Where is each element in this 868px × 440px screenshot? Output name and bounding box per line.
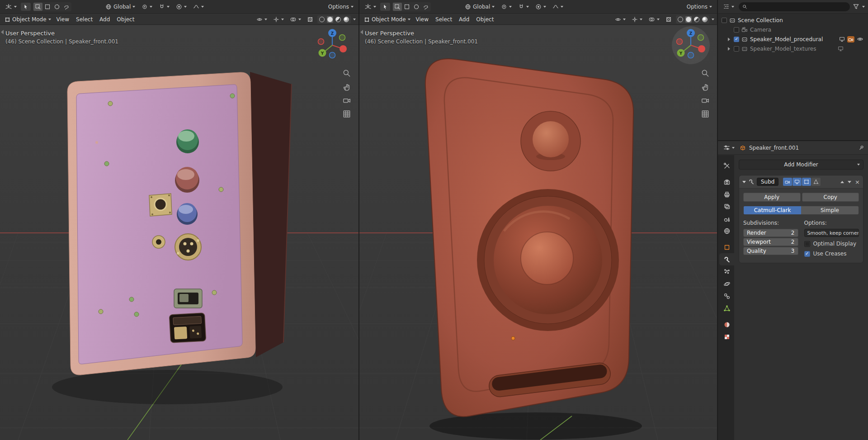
tab-object-data[interactable] <box>719 302 734 314</box>
camera-view-icon[interactable] <box>701 96 710 105</box>
object-visibility-dropdown[interactable] <box>613 15 627 24</box>
expand-modifier-icon[interactable] <box>742 181 746 183</box>
gizmos-dropdown[interactable] <box>271 15 286 24</box>
shading-options-chevron[interactable] <box>712 19 714 20</box>
apply-button[interactable]: Apply <box>743 193 801 202</box>
toolbar-expand-arrow[interactable] <box>1 30 4 34</box>
proportional-edit-toggle[interactable] <box>533 3 548 11</box>
active-tool-button[interactable] <box>380 3 390 11</box>
expand-triangle-icon[interactable] <box>728 47 730 51</box>
proportional-edit-toggle[interactable] <box>174 3 189 11</box>
options-dropdown[interactable]: Options <box>685 3 714 11</box>
render-levels-slider[interactable]: Render 2 <box>743 229 798 237</box>
shading-wireframe-button[interactable] <box>677 16 684 23</box>
viewport-canvas-right[interactable]: User Perspective (46) Scene Collection |… <box>359 25 717 440</box>
exclude-checkbox[interactable] <box>734 46 739 52</box>
circle-select-icon[interactable] <box>52 3 61 11</box>
gizmos-dropdown[interactable] <box>630 15 644 24</box>
overlays-dropdown[interactable] <box>646 15 661 24</box>
mode-dropdown[interactable]: Object Mode <box>362 15 412 24</box>
simple-button[interactable]: Simple <box>801 206 859 214</box>
outliner-row-speaker-textures[interactable]: Speaker_Model_textures <box>718 44 868 53</box>
expand-triangle-icon[interactable] <box>728 38 730 41</box>
shading-material-button[interactable] <box>693 16 700 23</box>
lasso-select-icon[interactable] <box>421 3 430 11</box>
outliner-search-input[interactable] <box>750 4 846 10</box>
pan-hand-icon[interactable] <box>342 82 351 91</box>
shading-solid-button[interactable] <box>327 16 333 23</box>
mode-dropdown[interactable]: Object Mode <box>3 15 53 24</box>
viewport-3d-right[interactable]: Global Options <box>359 0 717 440</box>
filter-funnel-icon[interactable] <box>853 3 859 10</box>
pan-hand-icon[interactable] <box>701 82 710 91</box>
outliner-search[interactable] <box>739 2 850 11</box>
toggle-render-button[interactable] <box>783 178 792 186</box>
lasso-select-icon[interactable] <box>62 3 71 11</box>
pin-icon[interactable] <box>858 145 864 151</box>
transform-orientation-dropdown[interactable]: Global <box>104 3 137 11</box>
menu-add[interactable]: Add <box>456 15 472 24</box>
transform-orientation-dropdown[interactable]: Global <box>463 3 496 11</box>
falloff-dropdown[interactable] <box>551 3 565 11</box>
orthographic-grid-icon[interactable] <box>342 109 351 118</box>
exclude-checkbox[interactable] <box>722 18 727 23</box>
optimal-display-checkbox[interactable] <box>804 241 810 247</box>
tab-object[interactable] <box>719 241 734 253</box>
outliner-row-scene-collection[interactable]: Scene Collection <box>718 15 868 25</box>
exclude-checkbox[interactable] <box>734 27 739 33</box>
menu-view[interactable]: View <box>53 15 72 24</box>
tab-output[interactable] <box>719 188 734 200</box>
tab-constraints[interactable] <box>719 290 734 302</box>
editor-type-button[interactable] <box>722 143 736 152</box>
menu-object[interactable]: Object <box>113 15 137 24</box>
snap-toggle[interactable] <box>157 3 171 11</box>
tab-render[interactable] <box>719 176 734 188</box>
xray-toggle[interactable] <box>664 15 674 24</box>
menu-select[interactable]: Select <box>73 15 96 24</box>
tab-modifiers[interactable] <box>719 253 734 265</box>
editor-type-button[interactable] <box>721 2 736 11</box>
modifier-name-field[interactable]: Subd <box>757 178 778 186</box>
tab-texture[interactable] <box>719 331 734 343</box>
editor-type-button[interactable] <box>363 2 378 11</box>
viewport-3d-left[interactable]: Global Options <box>0 0 359 440</box>
transform-pivot-dropdown[interactable] <box>140 3 154 11</box>
uv-smooth-dropdown[interactable]: Smooth, keep corners <box>804 229 859 237</box>
filter-chevron[interactable] <box>862 6 865 8</box>
options-dropdown[interactable]: Options <box>326 3 355 11</box>
menu-select[interactable]: Select <box>432 15 455 24</box>
shading-wireframe-button[interactable] <box>319 16 325 23</box>
move-modifier-up-button[interactable] <box>839 178 845 185</box>
menu-view[interactable]: View <box>413 15 432 24</box>
orthographic-grid-icon[interactable] <box>701 109 710 118</box>
tab-scene[interactable] <box>719 213 734 225</box>
disable-render-button[interactable] <box>847 36 854 43</box>
shading-rendered-button[interactable] <box>343 16 349 23</box>
catmull-clark-button[interactable]: Catmull-Clark <box>744 206 801 214</box>
editor-type-button[interactable] <box>3 2 19 11</box>
shading-material-button[interactable] <box>335 16 341 23</box>
tab-particles[interactable] <box>719 265 734 278</box>
tab-tool[interactable] <box>719 160 734 172</box>
outliner-row-speaker-procedural[interactable]: Speaker_Model_procedural <box>718 34 868 44</box>
object-visibility-dropdown[interactable] <box>255 15 269 24</box>
viewport-levels-slider[interactable]: Viewport 2 <box>743 238 798 246</box>
circle-select-icon[interactable] <box>412 3 421 11</box>
tab-physics[interactable] <box>719 278 734 290</box>
toggle-realtime-button[interactable] <box>793 178 802 186</box>
add-modifier-button[interactable]: Add Modifier <box>739 160 863 170</box>
delete-modifier-button[interactable] <box>855 179 860 185</box>
toolbar-expand-arrow[interactable] <box>360 30 363 34</box>
outliner-row-camera[interactable]: Camera <box>718 25 868 34</box>
viewport-canvas-left[interactable]: User Perspective (46) Scene Collection |… <box>0 25 359 440</box>
exclude-checkbox[interactable] <box>734 37 739 42</box>
copy-button[interactable]: Copy <box>802 193 859 202</box>
falloff-dropdown[interactable] <box>191 3 206 11</box>
menu-add[interactable]: Add <box>96 15 113 24</box>
box-select-icon[interactable] <box>402 3 411 11</box>
tab-world[interactable] <box>719 225 734 237</box>
tab-material[interactable] <box>719 318 734 331</box>
zoom-icon[interactable] <box>701 69 710 78</box>
navigation-gizmo[interactable]: Z Y <box>312 25 352 65</box>
use-creases-checkbox[interactable] <box>804 251 810 257</box>
